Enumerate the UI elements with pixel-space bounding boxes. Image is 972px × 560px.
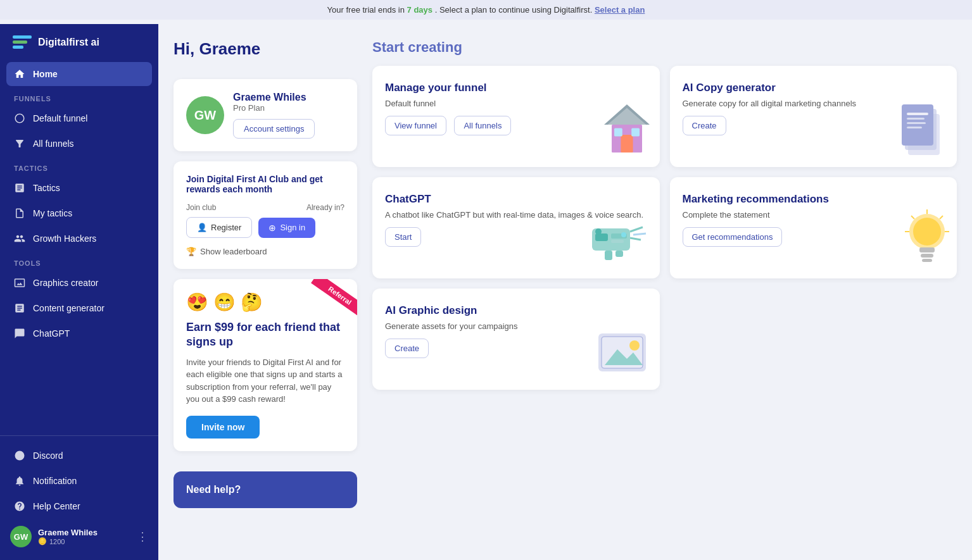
select-plan-link[interactable]: Select a plan	[595, 5, 645, 15]
register-icon: 👤	[197, 223, 207, 232]
svg-point-38	[629, 340, 640, 351]
top-section: Hi, Graeme GW Graeme Whiles Pro Plan Acc…	[174, 39, 957, 508]
right-panel: Start creating Manage your funnel Defaul…	[372, 39, 957, 508]
sidebar-item-growth-hackers[interactable]: Growth Hackers	[6, 227, 152, 251]
notification-icon	[14, 475, 25, 487]
chatgpt-start-button[interactable]: Start	[385, 227, 421, 247]
sidebar-logo[interactable]: Digitalfirst ai	[0, 24, 158, 61]
left-panel: Hi, Graeme GW Graeme Whiles Pro Plan Acc…	[174, 39, 357, 508]
svg-rect-29	[922, 259, 932, 262]
sidebar-user-more-icon[interactable]: ⋮	[137, 530, 148, 544]
default-funnel-icon	[14, 113, 25, 124]
sidebar-user-name: Graeme Whiles	[38, 528, 130, 537]
graphics-creator-icon	[14, 277, 25, 289]
svg-rect-19	[615, 251, 623, 257]
svg-rect-12	[907, 122, 926, 124]
sidebar-my-tactics-label: My tactics	[33, 208, 72, 218]
club-action-row: 👤 Register ⊕ Sign in	[186, 217, 344, 238]
svg-point-20	[595, 228, 602, 235]
svg-rect-10	[907, 113, 928, 115]
sidebar-item-graphics-creator[interactable]: Graphics creator	[6, 271, 152, 295]
svg-rect-3	[621, 135, 633, 152]
ai-graphic-sub: Generate assets for your campaigns	[385, 321, 647, 331]
sidebar-bottom: Discord Notification Help Center GW	[0, 435, 158, 560]
document-illustration	[902, 101, 949, 161]
join-club-label: Join club	[186, 203, 216, 212]
sidebar-default-funnel-label: Default funnel	[33, 113, 87, 123]
register-button[interactable]: 👤 Register	[186, 217, 252, 238]
get-recommendations-button[interactable]: Get recommendations	[683, 227, 783, 247]
sidebar-item-default-funnel[interactable]: Default funnel	[6, 106, 152, 130]
marketing-rec-card: Marketing recommendations Complete the s…	[670, 177, 957, 278]
tools-section-label: TOOLS	[0, 252, 158, 270]
view-funnel-button[interactable]: View funnel	[385, 116, 446, 135]
sidebar-item-discord[interactable]: Discord	[6, 444, 152, 468]
logo-icon	[13, 35, 32, 49]
ai-graphic-title: AI Graphic design	[385, 304, 647, 318]
sidebar-item-tactics[interactable]: Tactics	[6, 176, 152, 200]
referral-title: Earn $99 for each friend that signs up	[186, 320, 344, 350]
growth-hackers-icon	[14, 233, 25, 244]
discord-signin-button[interactable]: ⊕ Sign in	[258, 218, 315, 238]
sidebar-help-center-label: Help Center	[33, 501, 80, 511]
svg-line-33	[911, 216, 914, 219]
svg-marker-1	[607, 107, 647, 125]
ai-copy-title: AI Copy generator	[683, 81, 945, 95]
sidebar-logo-text: Digitalfirst ai	[38, 37, 99, 48]
top-banner: Your free trial ends in 7 days . Select …	[0, 0, 972, 20]
greeting-heading: Hi, Graeme	[174, 39, 357, 59]
sidebar-chatgpt-label: ChatGPT	[33, 328, 70, 339]
profile-card: GW Graeme Whiles Pro Plan Account settin…	[174, 79, 357, 151]
ai-copy-card: AI Copy generator Generate copy for all …	[670, 66, 957, 167]
banner-text-middle: . Select a plan to continue using Digita…	[435, 5, 593, 15]
house-illustration	[602, 101, 652, 161]
ai-graphic-card: AI Graphic design Generate assets for yo…	[372, 289, 660, 390]
main-content: Hi, Graeme GW Graeme Whiles Pro Plan Acc…	[158, 24, 972, 560]
ai-copy-create-button[interactable]: Create	[683, 116, 726, 135]
sidebar-home-label: Home	[33, 69, 58, 79]
sidebar-navigation: Home FUNNELS Default funnel All funnels …	[0, 61, 158, 435]
marketing-rec-title: Marketing recommendations	[683, 192, 945, 206]
banner-days: 7 days	[407, 5, 432, 15]
profile-row: GW Graeme Whiles Pro Plan Account settin…	[186, 92, 344, 139]
start-creating-title: Start creating	[372, 39, 957, 56]
sidebar-item-content-generator[interactable]: Content generator	[6, 296, 152, 320]
club-card: Join Digital First AI Club and get rewar…	[174, 161, 357, 269]
sidebar-tactics-label: Tactics	[33, 183, 60, 193]
home-icon	[14, 68, 25, 80]
svg-line-22	[630, 227, 643, 232]
all-funnels-button[interactable]: All funnels	[454, 116, 511, 135]
svg-point-0	[15, 451, 25, 461]
sidebar-item-help-center[interactable]: Help Center	[6, 494, 152, 518]
sidebar-item-chatgpt[interactable]: ChatGPT	[6, 321, 152, 345]
referral-emojis: 😍 😁 🤔	[186, 292, 344, 313]
referral-card: Referral 😍 😁 🤔 Earn $99 for each friend …	[174, 279, 357, 451]
ai-graphic-create-button[interactable]: Create	[385, 339, 429, 358]
sidebar-item-home[interactable]: Home	[6, 62, 152, 86]
chatgpt-card: ChatGPT A chatbot like ChatGPT but with …	[372, 177, 660, 278]
funnels-section-label: FUNNELS	[0, 87, 158, 105]
club-title: Join Digital First AI Club and get rewar…	[186, 174, 344, 194]
sidebar-item-notification[interactable]: Notification	[6, 469, 152, 493]
sidebar-content-generator-label: Content generator	[33, 303, 104, 313]
graphic-illustration	[595, 330, 652, 383]
sidebar-discord-label: Discord	[33, 451, 63, 461]
avatar: GW	[186, 96, 224, 134]
sidebar-user-avatar: GW	[10, 526, 32, 547]
sidebar-user-row[interactable]: GW Graeme Whiles 🪙 1200 ⋮	[0, 520, 158, 554]
svg-line-34	[940, 216, 943, 219]
discord-icon	[14, 450, 25, 461]
svg-rect-17	[611, 240, 624, 243]
invite-now-button[interactable]: Invite now	[186, 416, 260, 439]
show-leaderboard-button[interactable]: 🏆 Show leaderboard	[186, 247, 344, 256]
sidebar-user-coins: 🪙 1200	[38, 537, 130, 545]
discord-btn-icon: ⊕	[268, 223, 276, 233]
all-funnels-icon	[14, 138, 25, 149]
svg-rect-27	[919, 247, 935, 252]
svg-line-23	[633, 233, 646, 235]
profile-info: Graeme Whiles Pro Plan Account settings	[233, 92, 315, 139]
sidebar-item-my-tactics[interactable]: My tactics	[6, 201, 152, 225]
account-settings-button[interactable]: Account settings	[233, 119, 315, 139]
sidebar-item-all-funnels[interactable]: All funnels	[6, 132, 152, 156]
content-generator-icon	[14, 302, 25, 314]
